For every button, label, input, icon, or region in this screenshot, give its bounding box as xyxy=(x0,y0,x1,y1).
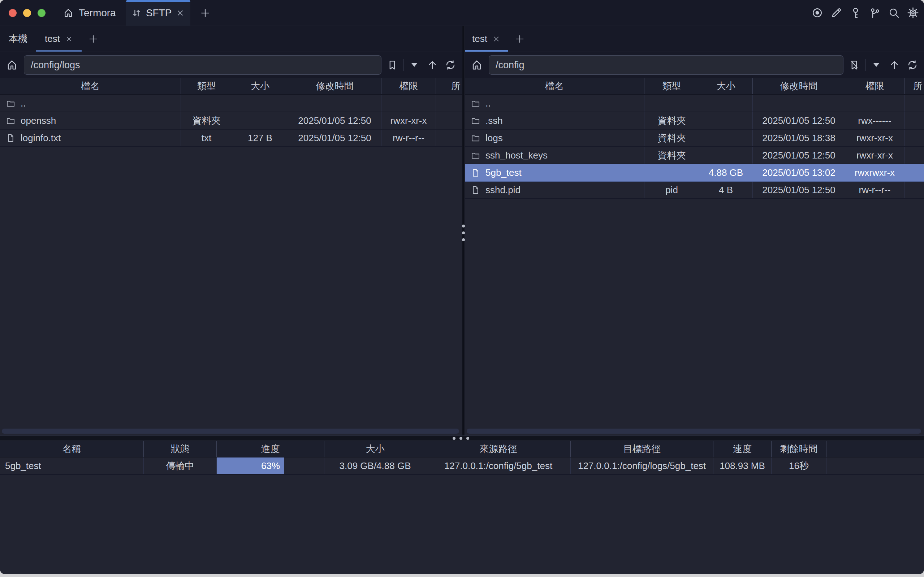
close-session-icon[interactable] xyxy=(65,35,73,43)
vertical-splitter[interactable] xyxy=(462,26,465,435)
file-permissions: rw-r--r-- xyxy=(381,130,436,146)
home-icon[interactable] xyxy=(6,59,18,71)
file-permissions: rwxr-xr-x xyxy=(381,112,436,129)
right-new-session-button[interactable] xyxy=(508,26,531,52)
col-header-permissions[interactable]: 權限 xyxy=(381,78,436,94)
file-size: 4 B xyxy=(699,182,753,198)
file-name: ssh_host_keys xyxy=(485,150,548,161)
left-up-dir-button[interactable] xyxy=(425,58,440,72)
settings-button[interactable] xyxy=(907,7,919,19)
file-row-ssh[interactable]: .ssh 資料夾 2025/01/05 12:50 rwx------ xyxy=(465,112,924,130)
file-name: logs xyxy=(485,132,503,144)
col-header-modified[interactable]: 修改時間 xyxy=(753,78,845,94)
file-size xyxy=(232,112,288,129)
file-row-5gb-test-selected[interactable]: 5gb_test 4.88 GB 2025/01/05 13:02 rwxrwx… xyxy=(465,164,924,182)
file-row-openssh[interactable]: openssh 資料夾 2025/01/05 12:50 rwxr-xr-x xyxy=(0,112,462,130)
right-path-input[interactable] xyxy=(489,55,843,75)
file-name: .. xyxy=(21,98,26,109)
tab-local[interactable]: 本機 xyxy=(0,26,36,52)
file-size xyxy=(699,147,753,164)
right-pane-tabs: test xyxy=(465,26,924,52)
col-header-source-path[interactable]: 來源路徑 xyxy=(426,441,571,457)
plus-icon xyxy=(515,34,525,44)
tab-session-test-right[interactable]: test xyxy=(465,26,508,52)
col-header-size[interactable]: 大小 xyxy=(699,78,753,94)
col-header-progress[interactable]: 進度 xyxy=(217,441,324,457)
close-tab-icon[interactable] xyxy=(176,9,185,17)
key-icon xyxy=(850,7,861,19)
col-header-remaining[interactable]: 剩餘時間 xyxy=(772,441,826,457)
file-type xyxy=(181,95,232,111)
col-header-modified[interactable]: 修改時間 xyxy=(288,78,381,94)
file-row-loginfo[interactable]: loginfo.txt txt 127 B 2025/01/05 12:50 r… xyxy=(0,130,462,147)
tab-session-label: test xyxy=(45,33,60,44)
file-name: .. xyxy=(485,98,490,109)
file-modified xyxy=(753,95,845,111)
minimize-window-button[interactable] xyxy=(23,9,31,17)
file-modified xyxy=(288,95,381,111)
col-header-owner[interactable]: 所 xyxy=(905,78,924,94)
home-icon[interactable] xyxy=(471,59,483,71)
close-window-button[interactable] xyxy=(9,9,17,17)
transfer-blank xyxy=(826,458,924,474)
file-name: openssh xyxy=(21,115,56,126)
file-row-ssh-host-keys[interactable]: ssh_host_keys 資料夾 2025/01/05 12:50 rwxr-… xyxy=(465,147,924,164)
file-row-parent[interactable]: .. xyxy=(0,95,462,112)
record-button[interactable] xyxy=(811,7,823,19)
right-horizontal-scrollbar[interactable] xyxy=(467,429,921,434)
col-header-target-path[interactable]: 目標路徑 xyxy=(571,441,713,457)
file-row-parent[interactable]: .. xyxy=(465,95,924,112)
file-type: 資料夾 xyxy=(644,112,699,129)
file-row-sshd-pid[interactable]: sshd.pid pid 4 B 2025/01/05 12:50 rw-r--… xyxy=(465,182,924,199)
col-header-name[interactable]: 名稱 xyxy=(0,441,144,457)
zoom-window-button[interactable] xyxy=(37,9,45,17)
search-icon xyxy=(888,7,900,19)
app-window: Termora SFTP 本機 xyxy=(0,0,924,574)
left-horizontal-scrollbar[interactable] xyxy=(2,429,459,434)
transfer-row-5gb-test[interactable]: 5gb_test 傳輸中 63% 3.09 GB/4.88 GB 127.0.0… xyxy=(0,458,924,475)
left-bookmark-menu-button[interactable] xyxy=(407,58,421,72)
file-row-logs[interactable]: logs 資料夾 2025/01/05 18:38 rwxr-xr-x xyxy=(465,130,924,147)
col-header-speed[interactable]: 速度 xyxy=(713,441,772,457)
keychain-button[interactable] xyxy=(868,7,880,19)
tab-session-test-left[interactable]: test xyxy=(36,26,82,52)
file-type xyxy=(644,95,699,111)
edit-button[interactable] xyxy=(830,7,842,19)
bookmark-off-icon xyxy=(849,60,860,71)
right-up-dir-button[interactable] xyxy=(887,58,901,72)
right-file-table: 檔名 類型 大小 修改時間 權限 所 .. .ssh 資料 xyxy=(465,78,924,199)
close-session-icon[interactable] xyxy=(492,35,500,43)
col-header-status[interactable]: 狀態 xyxy=(144,441,217,457)
file-name: .ssh xyxy=(485,115,503,126)
left-pane: 本機 test 檔名 xyxy=(0,26,462,435)
folder-icon xyxy=(471,116,481,126)
left-pathbar xyxy=(0,52,462,78)
col-header-type[interactable]: 類型 xyxy=(181,78,232,94)
transfer-source-path: 127.0.0.1:/config/5gb_test xyxy=(426,458,571,474)
new-tab-button[interactable] xyxy=(200,8,211,18)
file-name: 5gb_test xyxy=(485,167,522,178)
tab-sftp[interactable]: SFTP xyxy=(126,0,190,26)
col-header-size[interactable]: 大小 xyxy=(232,78,288,94)
col-header-owner[interactable]: 所 xyxy=(436,78,462,94)
left-path-input[interactable] xyxy=(24,55,381,75)
gear-icon xyxy=(907,7,919,19)
col-header-name[interactable]: 檔名 xyxy=(0,78,181,94)
left-new-session-button[interactable] xyxy=(82,26,105,52)
right-bookmark-menu-button[interactable] xyxy=(869,58,884,72)
col-header-name[interactable]: 檔名 xyxy=(465,78,644,94)
search-button[interactable] xyxy=(887,7,900,19)
tab-home[interactable]: Termora xyxy=(63,7,116,19)
left-bookmark-button[interactable] xyxy=(385,58,400,72)
file-name: sshd.pid xyxy=(485,184,521,196)
left-refresh-button[interactable] xyxy=(443,58,458,72)
col-header-permissions[interactable]: 權限 xyxy=(845,78,905,94)
right-bookmark-button[interactable] xyxy=(847,58,861,72)
col-header-size[interactable]: 大小 xyxy=(324,441,426,457)
right-refresh-button[interactable] xyxy=(905,58,920,72)
col-header-type[interactable]: 類型 xyxy=(644,78,699,94)
file-modified: 2025/01/05 12:50 xyxy=(753,182,845,198)
file-permissions: rwxrwxr-x xyxy=(845,164,905,181)
key-manager-button[interactable] xyxy=(849,7,861,19)
horizontal-splitter[interactable] xyxy=(0,435,924,441)
